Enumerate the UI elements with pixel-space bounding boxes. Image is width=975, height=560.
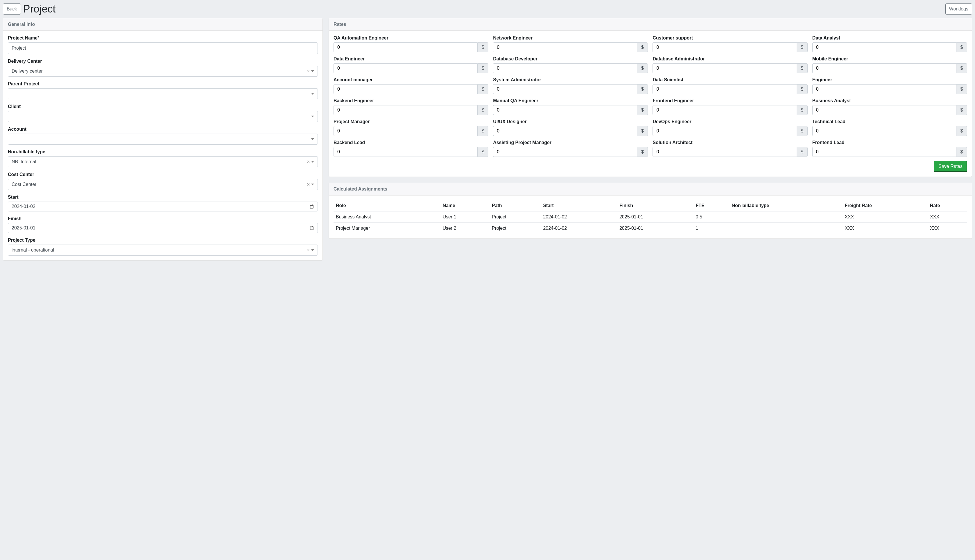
rate-item: UI/UX Designer$ (493, 119, 648, 136)
currency-addon: $ (637, 147, 648, 157)
table-header: Name (440, 200, 489, 212)
client-select[interactable] (8, 111, 318, 122)
table-cell: 2024-01-02 (541, 212, 617, 223)
rate-input[interactable] (812, 84, 956, 94)
currency-addon: $ (956, 42, 967, 52)
worklogs-button[interactable]: Worklogs (945, 3, 972, 15)
rate-item: Data Engineer$ (333, 57, 488, 73)
rate-item: Frontend Engineer$ (653, 98, 807, 115)
rate-input[interactable] (653, 147, 796, 157)
rate-input[interactable] (333, 42, 477, 52)
parent-project-label: Parent Project (8, 81, 318, 87)
rate-input[interactable] (812, 105, 956, 115)
rate-label: Customer support (653, 35, 807, 41)
assignments-table: RoleNamePathStartFinishFTENon-billable t… (333, 200, 967, 234)
rate-input[interactable] (333, 105, 477, 115)
rate-item: Business Analyst$ (812, 98, 967, 115)
non-billable-type-select[interactable]: NB: Internal (8, 156, 318, 167)
currency-addon: $ (956, 84, 967, 94)
rate-item: Technical Lead$ (812, 119, 967, 136)
rate-input[interactable] (493, 147, 637, 157)
table-cell: Project (490, 212, 541, 223)
account-select[interactable] (8, 133, 318, 145)
clear-icon[interactable] (307, 247, 310, 253)
rate-item: Manual QA Engineer$ (493, 98, 648, 115)
account-label: Account (8, 127, 318, 132)
back-button[interactable]: Back (3, 3, 21, 15)
rate-label: Frontend Lead (812, 140, 967, 145)
project-name-input[interactable] (8, 42, 318, 54)
rate-input[interactable] (812, 42, 956, 52)
table-header: Non-billable type (730, 200, 843, 212)
clear-icon[interactable] (307, 182, 310, 187)
table-header: Path (490, 200, 541, 212)
rate-item: Backend Lead$ (333, 140, 488, 157)
start-label: Start (8, 195, 318, 200)
table-cell: Project (490, 223, 541, 234)
rate-label: Data Engineer (333, 57, 488, 62)
rate-label: Business Analyst (812, 98, 967, 103)
rate-input[interactable] (812, 63, 956, 73)
currency-addon: $ (477, 84, 488, 94)
rate-label: UI/UX Designer (493, 119, 648, 124)
clear-icon[interactable] (307, 159, 310, 165)
rate-input[interactable] (653, 84, 796, 94)
rate-input[interactable] (493, 126, 637, 136)
parent-project-select[interactable] (8, 88, 318, 99)
start-date-input[interactable]: 2024-01-02 (8, 202, 318, 212)
rate-label: System Administrator (493, 77, 648, 82)
rate-input[interactable] (653, 126, 796, 136)
project-type-select[interactable]: internal - operational (8, 245, 318, 256)
rate-label: Backend Engineer (333, 98, 488, 103)
table-cell: 2025-01-01 (617, 223, 693, 234)
rate-input[interactable] (333, 84, 477, 94)
rate-input[interactable] (493, 105, 637, 115)
chevron-down-icon (311, 249, 314, 251)
rate-item: Frontend Lead$ (812, 140, 967, 157)
currency-addon: $ (477, 42, 488, 52)
save-rates-button[interactable]: Save Rates (934, 161, 967, 172)
rate-item: Backend Engineer$ (333, 98, 488, 115)
rate-input[interactable] (653, 42, 796, 52)
table-cell: User 2 (440, 223, 489, 234)
rate-input[interactable] (812, 126, 956, 136)
rate-input[interactable] (653, 63, 796, 73)
table-cell: 1 (693, 223, 730, 234)
rate-input[interactable] (493, 63, 637, 73)
currency-addon: $ (956, 63, 967, 73)
table-cell: Project Manager (333, 223, 440, 234)
cost-center-select[interactable]: Cost Center (8, 179, 318, 190)
table-row: Project ManagerUser 2Project2024-01-0220… (333, 223, 967, 234)
table-cell (730, 223, 843, 234)
rate-input[interactable] (333, 126, 477, 136)
delivery-center-select[interactable]: Delivery center (8, 66, 318, 77)
table-cell: User 1 (440, 212, 489, 223)
project-type-value: internal - operational (12, 247, 307, 253)
rate-item: Data Scientist$ (653, 77, 807, 94)
non-billable-type-value: NB: Internal (12, 159, 307, 164)
currency-addon: $ (477, 105, 488, 115)
rate-input[interactable] (493, 42, 637, 52)
table-cell: XXX (928, 223, 967, 234)
cost-center-label: Cost Center (8, 172, 318, 177)
rate-label: Technical Lead (812, 119, 967, 124)
currency-addon: $ (637, 42, 648, 52)
currency-addon: $ (956, 126, 967, 136)
rate-input[interactable] (812, 147, 956, 157)
table-cell: XXX (842, 223, 927, 234)
rate-item: DevOps Engineer$ (653, 119, 807, 136)
general-info-header: General Info (3, 18, 322, 31)
rate-input[interactable] (653, 105, 796, 115)
clear-icon[interactable] (307, 68, 310, 74)
finish-date-input[interactable]: 2025-01-01 (8, 223, 318, 233)
start-date-value: 2024-01-02 (12, 204, 309, 209)
currency-addon: $ (797, 105, 808, 115)
table-header: Finish (617, 200, 693, 212)
non-billable-type-label: Non-billable type (8, 149, 318, 155)
rate-item: Solution Architect$ (653, 140, 807, 157)
table-header: Rate (928, 200, 967, 212)
rate-input[interactable] (333, 147, 477, 157)
general-info-card: General Info Project Name* Delivery Cent… (3, 18, 323, 260)
rate-input[interactable] (493, 84, 637, 94)
rate-input[interactable] (333, 63, 477, 73)
